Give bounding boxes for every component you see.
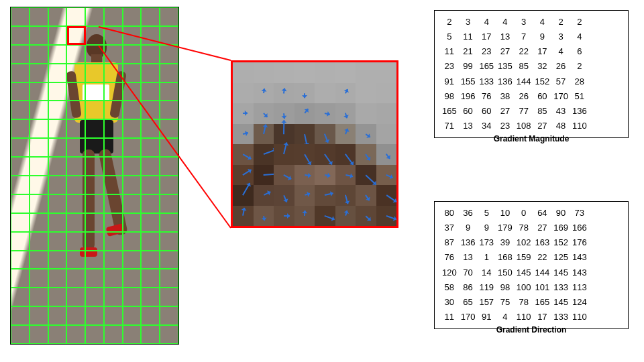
gradient-direction-label: Gradient Direction xyxy=(434,325,629,335)
gradient-magnitude-matrix: 2344342251117137934112123272217462399165… xyxy=(434,10,629,138)
gradient-direction-matrix: 8036510064907337991797827169166871361733… xyxy=(434,201,629,329)
gradient-magnitude-label: Gradient Magnitude xyxy=(434,134,629,143)
svg-line-0 xyxy=(99,27,231,60)
svg-line-1 xyxy=(99,46,231,228)
zoomed-patch xyxy=(231,60,398,228)
